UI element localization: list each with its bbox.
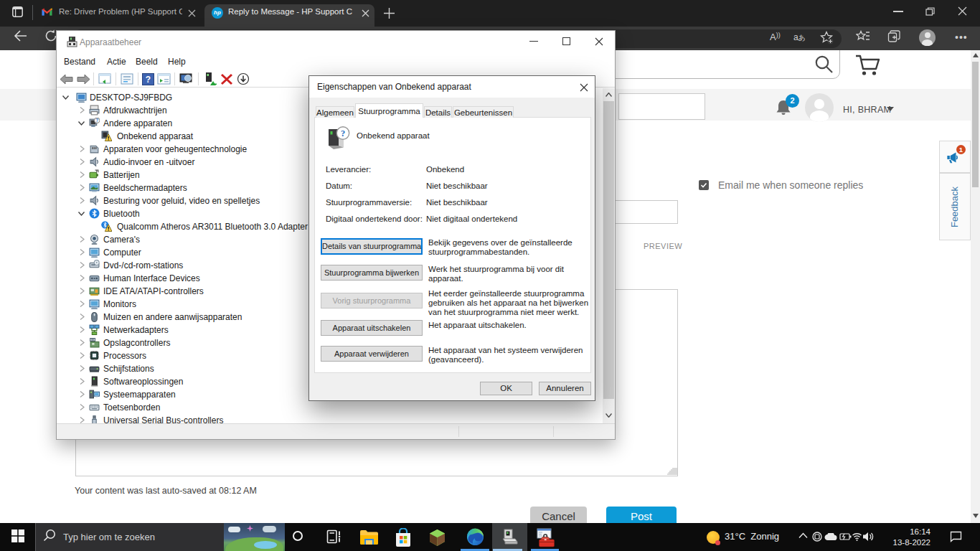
svg-text:?: ? [95, 118, 98, 123]
svg-text:?: ? [341, 128, 345, 138]
